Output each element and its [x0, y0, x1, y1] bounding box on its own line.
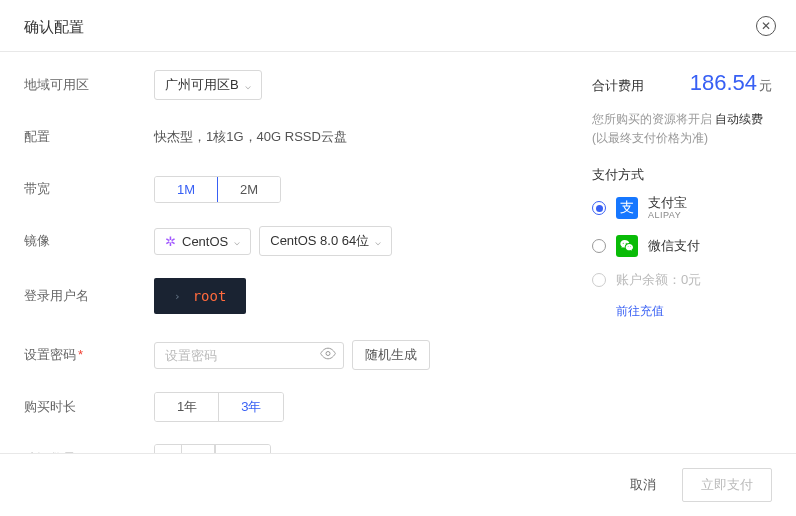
username-label: 登录用户名 — [24, 287, 154, 305]
svg-point-0 — [326, 352, 330, 356]
close-button[interactable]: ✕ — [756, 16, 776, 36]
chevron-down-icon: ⌵ — [375, 236, 381, 247]
os-select[interactable]: ✲ CentOS ⌵ — [154, 228, 251, 255]
image-label: 镜像 — [24, 232, 154, 250]
bandwidth-option-2m[interactable]: 2M — [217, 177, 280, 202]
region-label: 地域可用区 — [24, 76, 154, 94]
dialog-header: 确认配置 ✕ — [0, 0, 796, 51]
payment-option-balance: 账户余额：0元 — [592, 271, 772, 289]
payment-title: 支付方式 — [592, 166, 772, 184]
radio-disabled-icon — [592, 273, 606, 287]
chevron-down-icon: ⌵ — [245, 80, 251, 91]
close-icon: ✕ — [761, 19, 771, 33]
os-version-select[interactable]: CentOS 8.0 64位 ⌵ — [259, 226, 392, 256]
recharge-link[interactable]: 前往充值 — [616, 304, 664, 318]
bandwidth-option-1m[interactable]: 1M — [154, 176, 218, 203]
summary-panel: 合计费用 186.54元 您所购买的资源将开启 自动续费 (以最终支付价格为准)… — [572, 70, 772, 496]
eye-icon[interactable] — [320, 346, 336, 365]
cost-value: 186.54元 — [690, 70, 772, 96]
dialog-footer: 取消 立即支付 — [0, 453, 796, 516]
prompt-arrow-icon: › — [174, 290, 181, 303]
spec-label: 配置 — [24, 128, 154, 146]
password-label: 设置密码* — [24, 346, 154, 364]
region-select[interactable]: 广州可用区B ⌵ — [154, 70, 262, 100]
username-value: › root — [154, 278, 246, 314]
duration-option-3y[interactable]: 3年 — [218, 392, 284, 422]
centos-icon: ✲ — [165, 234, 176, 249]
chevron-down-icon: ⌵ — [234, 236, 240, 247]
duration-option-1y[interactable]: 1年 — [155, 393, 219, 421]
duration-label: 购买时长 — [24, 398, 154, 416]
bandwidth-label: 带宽 — [24, 180, 154, 198]
wechat-icon — [616, 235, 638, 257]
balance-text: 账户余额：0元 — [616, 271, 701, 289]
config-form: 地域可用区 广州可用区B ⌵ 配置 快杰型，1核1G，40G RSSD云盘 带宽… — [24, 70, 572, 496]
auto-renew-hint: 您所购买的资源将开启 自动续费 (以最终支付价格为准) — [592, 110, 772, 148]
radio-checked-icon — [592, 201, 606, 215]
cancel-button[interactable]: 取消 — [614, 468, 672, 502]
dialog-title: 确认配置 — [24, 18, 84, 35]
payment-option-wechat[interactable]: 微信支付 — [592, 235, 772, 257]
duration-segment: 1年 3年 — [154, 392, 284, 422]
payment-option-alipay[interactable]: 支 支付宝 ALIPAY — [592, 196, 772, 220]
alipay-icon: 支 — [616, 197, 638, 219]
bandwidth-segment: 1M 2M — [154, 176, 281, 203]
spec-value: 快杰型，1核1G，40G RSSD云盘 — [154, 128, 347, 146]
password-input[interactable] — [154, 342, 344, 369]
submit-button[interactable]: 立即支付 — [682, 468, 772, 502]
random-password-button[interactable]: 随机生成 — [352, 340, 430, 370]
cost-label: 合计费用 — [592, 77, 644, 95]
radio-icon — [592, 239, 606, 253]
